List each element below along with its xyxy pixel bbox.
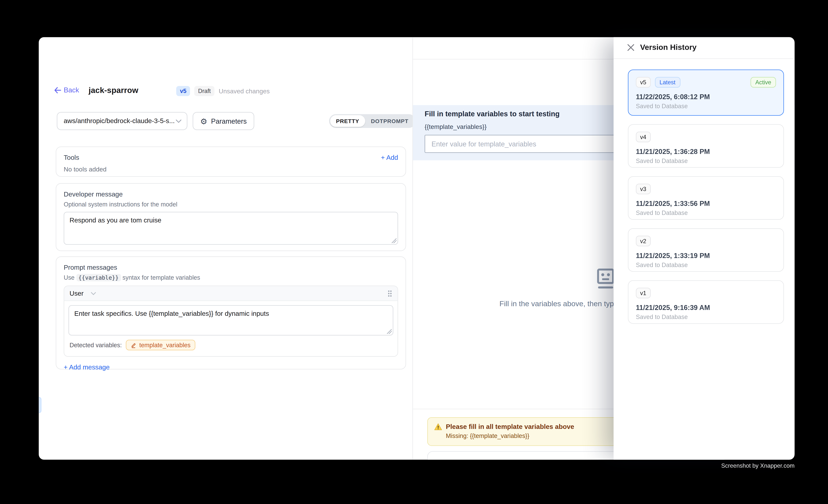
add-tool-label: Add xyxy=(386,154,398,161)
tools-title: Tools xyxy=(64,154,79,161)
version-storage: Saved to Database xyxy=(636,262,776,268)
page-title: jack-sparrow xyxy=(89,85,138,94)
page-header: Back jack-sparrow xyxy=(54,85,138,94)
latest-badge: Latest xyxy=(655,77,680,87)
pencil-icon xyxy=(131,342,137,348)
gear-icon: ⚙ xyxy=(200,117,207,125)
prompt-messages-hint: Use {{variable}} syntax for template var… xyxy=(64,275,398,281)
developer-message-input[interactable]: Respond as you are tom cruise xyxy=(64,212,398,245)
version-list: v5 Latest Active 11/22/2025, 6:08:12 PM … xyxy=(628,70,784,332)
version-card-v5[interactable]: v5 Latest Active 11/22/2025, 6:08:12 PM … xyxy=(628,70,784,116)
prompt-messages-card: Prompt messages Use {{variable}} syntax … xyxy=(56,256,406,370)
message-header: User xyxy=(64,286,398,301)
developer-message-subtitle: Optional system instructions for the mod… xyxy=(64,201,398,208)
version-history-panel: Version History v5 Latest Active 11/22/2… xyxy=(614,37,795,460)
version-badge: v5 xyxy=(176,86,190,96)
unsaved-changes-text: Unsaved changes xyxy=(219,87,270,95)
version-date: 11/22/2025, 6:08:12 PM xyxy=(636,93,776,101)
role-select-value: User xyxy=(70,290,83,297)
hint-suffix: syntax for template variables xyxy=(123,275,200,281)
add-message-label: Add message xyxy=(69,364,110,371)
version-history-title: Version History xyxy=(640,43,697,51)
resize-grip-icon[interactable] xyxy=(387,329,391,334)
model-select[interactable]: aws/anthropic/bedrock-claude-3-5-s... xyxy=(57,112,188,130)
close-icon[interactable] xyxy=(627,43,635,51)
divider xyxy=(614,58,795,59)
user-message-input[interactable]: Enter task specifics. Use {{template_var… xyxy=(69,305,393,336)
version-tag: v5 xyxy=(636,77,651,87)
version-card-v2[interactable]: v2 11/21/2025, 1:33:19 PM Saved to Datab… xyxy=(628,228,784,272)
version-storage: Saved to Database xyxy=(636,314,776,320)
prompt-message-block: User Enter task specifics. Use {{templat… xyxy=(64,286,398,356)
add-tool-button[interactable]: + Add xyxy=(381,154,398,161)
template-variable-name-label: {{template_variables}} xyxy=(424,123,487,130)
tools-empty-text: No tools added xyxy=(64,166,398,173)
version-tag: v3 xyxy=(636,184,651,194)
detected-variables-row: Detected variables: template_variables xyxy=(69,336,393,352)
drag-handle-icon[interactable] xyxy=(387,290,392,297)
version-card-v1[interactable]: v1 11/21/2025, 9:16:39 AM Saved to Datab… xyxy=(628,280,784,324)
back-button[interactable]: Back xyxy=(54,86,79,94)
detected-variables-label: Detected variables: xyxy=(70,342,122,348)
variable-syntax-chip: {{variable}} xyxy=(76,274,121,281)
toggle-pretty[interactable]: PRETTY xyxy=(330,115,365,127)
back-label: Back xyxy=(64,86,79,94)
version-date: 11/21/2025, 1:33:19 PM xyxy=(636,252,776,259)
template-variable-chip-label: template_variables xyxy=(139,342,191,348)
empty-state-text: Fill in the variables above, then typ xyxy=(499,299,614,308)
prompt-messages-title: Prompt messages xyxy=(64,264,398,271)
version-tag: v2 xyxy=(636,236,651,246)
version-card-v4[interactable]: v4 11/21/2025, 1:36:28 PM Saved to Datab… xyxy=(628,124,784,168)
version-storage: Saved to Database xyxy=(636,158,776,164)
parameters-button[interactable]: ⚙ Parameters xyxy=(193,112,254,130)
chevron-down-icon xyxy=(176,119,181,123)
version-tag: v4 xyxy=(636,132,651,142)
version-history-header: Version History xyxy=(614,37,795,58)
warning-triangle-icon xyxy=(434,423,442,430)
resize-grip-icon[interactable] xyxy=(392,238,397,243)
template-variables-title: Fill in template variables to start test… xyxy=(424,110,560,118)
version-storage: Saved to Database xyxy=(636,103,776,109)
chevron-down-icon xyxy=(91,292,96,295)
hint-prefix: Use xyxy=(64,275,75,281)
parameters-label: Parameters xyxy=(211,117,247,125)
pane-divider xyxy=(413,37,413,460)
version-card-v3[interactable]: v3 11/21/2025, 1:33:56 PM Saved to Datab… xyxy=(628,176,784,220)
back-arrow-icon xyxy=(54,87,61,93)
watermark-text: Screenshot by Xnapper.com xyxy=(721,462,795,469)
tools-card: Tools + Add No tools added xyxy=(56,146,406,177)
version-date: 11/21/2025, 1:36:28 PM xyxy=(636,148,776,156)
toggle-dotprompt[interactable]: DOTPROMPT xyxy=(365,115,414,127)
model-select-value: aws/anthropic/bedrock-claude-3-5-s... xyxy=(64,117,175,125)
active-badge: Active xyxy=(750,77,776,87)
screenshot-stage: Back jack-sparrow v5 Draft Unsaved chang… xyxy=(0,0,828,504)
version-tag: v1 xyxy=(636,288,651,298)
add-message-button[interactable]: + Add message xyxy=(64,364,110,371)
warning-title: Please fill in all template variables ab… xyxy=(446,423,574,430)
version-storage: Saved to Database xyxy=(636,210,776,216)
role-select[interactable]: User xyxy=(70,290,96,297)
draft-status-badge: Draft xyxy=(194,86,214,96)
version-date: 11/21/2025, 1:33:56 PM xyxy=(636,200,776,208)
edge-handle[interactable] xyxy=(39,397,41,413)
template-variable-chip[interactable]: template_variables xyxy=(126,340,195,350)
view-mode-toggle: PRETTY DOTPROMPT xyxy=(329,114,415,128)
developer-message-title: Developer message xyxy=(64,191,398,198)
developer-message-card: Developer message Optional system instru… xyxy=(56,183,406,251)
header-badges: v5 Draft Unsaved changes xyxy=(176,86,270,96)
version-date: 11/21/2025, 9:16:39 AM xyxy=(636,303,776,311)
